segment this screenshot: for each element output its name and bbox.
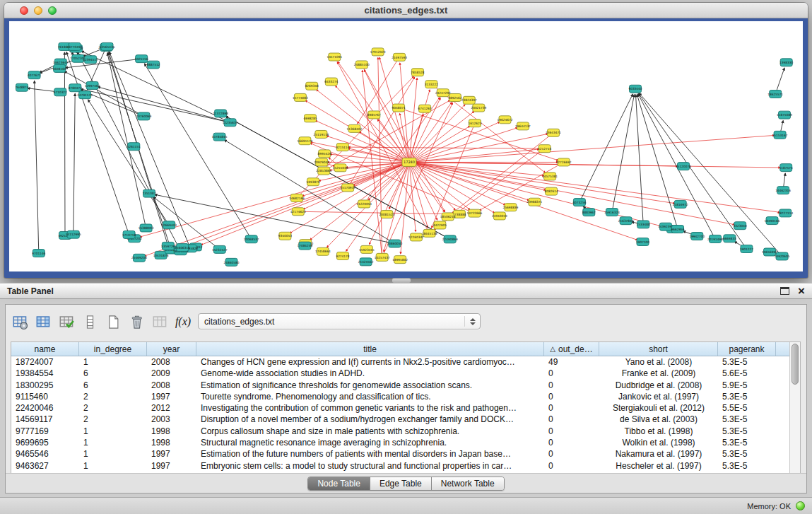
table-row[interactable]: 1830029562008Estimation of significance … — [11, 380, 789, 391]
network-node[interactable]: 4212716 — [538, 145, 551, 153]
network-node[interactable]: 5261151 — [127, 143, 141, 151]
network-node[interactable]: 1907100 — [636, 238, 649, 246]
network-node[interactable]: 8985767 — [367, 111, 381, 119]
network-node[interactable]: 14722666 — [466, 209, 482, 217]
network-node[interactable]: 14571091 — [326, 53, 342, 61]
network-node[interactable]: 13860050 — [387, 240, 402, 247]
table-row[interactable]: 1938455462009Genome-wide association stu… — [11, 368, 789, 379]
network-node[interactable]: 18445138 — [422, 229, 437, 237]
network-node[interactable]: 5993870 — [306, 178, 319, 186]
network-node[interactable]: 11220054 — [356, 200, 372, 208]
network-node[interactable]: 8082614 — [545, 187, 558, 195]
edit-table-icon[interactable] — [58, 313, 75, 330]
network-hub-node[interactable]: 17240 — [402, 158, 416, 166]
column-header-short[interactable]: short — [599, 342, 718, 356]
network-node[interactable]: 25698839 — [503, 204, 519, 211]
network-node[interactable]: 22726692 — [556, 158, 572, 166]
network-node[interactable]: 18625571 — [767, 90, 783, 98]
network-node[interactable]: 24885100 — [354, 61, 370, 69]
column-header-year[interactable]: year — [147, 342, 196, 356]
network-node[interactable]: 19942700 — [689, 233, 705, 240]
network-node[interactable]: 18727114 — [777, 209, 793, 217]
table-row[interactable]: 1456911722003Disruption of a novel membe… — [11, 414, 789, 425]
network-node[interactable]: 18770497 — [67, 42, 83, 50]
network-node[interactable]: 12174623 — [290, 208, 306, 216]
network-node[interactable]: 9701146 — [32, 250, 45, 257]
network-node[interactable]: 15170919 — [340, 184, 355, 192]
network-node[interactable]: 9662956 — [671, 226, 684, 233]
network-node[interactable]: 6710322 — [54, 88, 67, 96]
show-columns-icon[interactable] — [35, 313, 52, 330]
import-table-icon[interactable] — [151, 313, 168, 330]
column-header-title[interactable]: title — [196, 342, 544, 356]
network-node[interactable]: 25469206 — [131, 254, 147, 262]
network-node[interactable]: 3892562 — [448, 94, 461, 102]
network-node[interactable]: 20979043 — [314, 158, 329, 166]
close-panel-icon[interactable]: × — [798, 287, 805, 296]
network-node[interactable]: 19644137 — [515, 122, 531, 130]
network-node[interactable]: 25119118 — [314, 130, 329, 138]
network-node[interactable]: 13565435 — [100, 42, 115, 50]
network-node[interactable]: 14575381 — [542, 173, 558, 180]
table-row[interactable]: 1872400712008Changes of HCN gene express… — [11, 356, 789, 368]
network-node[interactable]: 3215114 — [336, 144, 349, 151]
network-node[interactable]: 5359726 — [161, 242, 175, 250]
network-node[interactable]: 20021739 — [471, 104, 486, 112]
table-row[interactable]: 946554611997Estimation of the future num… — [11, 448, 789, 460]
network-node[interactable]: 22490869 — [442, 235, 458, 243]
network-node[interactable]: 24910059 — [492, 212, 507, 220]
network-node[interactable]: 6433274 — [324, 78, 338, 86]
network-node[interactable]: 9274178 — [336, 252, 349, 259]
network-node[interactable]: 3133222 — [425, 81, 438, 88]
network-node[interactable]: 8883967 — [582, 209, 596, 216]
network-node[interactable]: 4422905 — [433, 221, 447, 229]
table-row[interactable]: 2242004622012Investigating the contribut… — [11, 402, 789, 414]
tab-network-table[interactable]: Network Table — [432, 477, 504, 490]
network-node[interactable]: 3323040 — [734, 222, 747, 230]
network-node[interactable]: 9340053 — [278, 232, 292, 240]
table-row[interactable]: 969969511998Structural magnetic resonanc… — [11, 437, 789, 448]
network-node[interactable]: 1533488 — [637, 221, 650, 228]
network-node[interactable]: 6669833 — [723, 235, 736, 243]
network-node[interactable]: 6741267 — [418, 105, 432, 112]
column-header-pagerank[interactable]: pagerank — [718, 342, 776, 356]
network-node[interactable]: 19624672 — [498, 116, 513, 124]
table-select-dropdown[interactable]: citations_edges.txt — [198, 313, 481, 329]
network-node[interactable]: 9033440 — [628, 85, 642, 93]
network-node[interactable]: 8995426 — [318, 150, 331, 158]
row-height-icon[interactable] — [81, 313, 98, 330]
network-node[interactable]: 1901227 — [740, 245, 753, 253]
network-node[interactable]: 15388993 — [139, 224, 154, 232]
network-node[interactable]: 18995802 — [392, 256, 408, 264]
network-node[interactable]: 11372898 — [213, 110, 228, 117]
network-node[interactable]: 1398330 — [779, 59, 793, 66]
network-node[interactable]: 7351087 — [142, 189, 155, 197]
network-node[interactable]: 15774083 — [293, 93, 308, 101]
network-node[interactable]: 12260347 — [408, 233, 424, 241]
delete-column-icon[interactable] — [128, 313, 145, 330]
table-row[interactable]: 911546021997Tourette syndrome. Phenomeno… — [11, 391, 789, 402]
scrollbar-thumb[interactable] — [792, 344, 799, 385]
network-node[interactable]: 20068537 — [244, 235, 259, 243]
network-node[interactable]: 1187574 — [779, 164, 793, 172]
network-node[interactable]: 16691179 — [298, 137, 313, 145]
network-node[interactable]: 24860580 — [224, 258, 240, 266]
column-header-name[interactable]: name — [11, 342, 79, 356]
network-node[interactable]: 23988371 — [526, 198, 542, 206]
network-node[interactable]: 14112995 — [66, 230, 81, 238]
network-node[interactable]: 17458664 — [315, 247, 331, 255]
network-node[interactable]: 11875089 — [777, 111, 792, 119]
network-node[interactable]: 25606316 — [175, 244, 190, 252]
vertical-scrollbar[interactable] — [789, 342, 800, 473]
network-node[interactable]: 7648874 — [15, 83, 28, 91]
network-canvas[interactable]: 2272669214575381808261423988371256988392… — [9, 21, 803, 271]
network-node[interactable]: 20191498 — [707, 235, 723, 243]
network-node[interactable]: 23760069 — [136, 112, 151, 120]
network-node[interactable]: 5025156 — [135, 55, 148, 63]
network-node[interactable]: 18506216 — [440, 213, 456, 221]
network-node[interactable]: 17084259 — [297, 242, 312, 250]
table-mode-icon[interactable] — [11, 313, 28, 330]
network-node[interactable]: 13643471 — [546, 129, 561, 136]
network-node[interactable]: 15153167 — [772, 131, 788, 139]
tab-edge-table[interactable]: Edge Table — [370, 477, 432, 490]
